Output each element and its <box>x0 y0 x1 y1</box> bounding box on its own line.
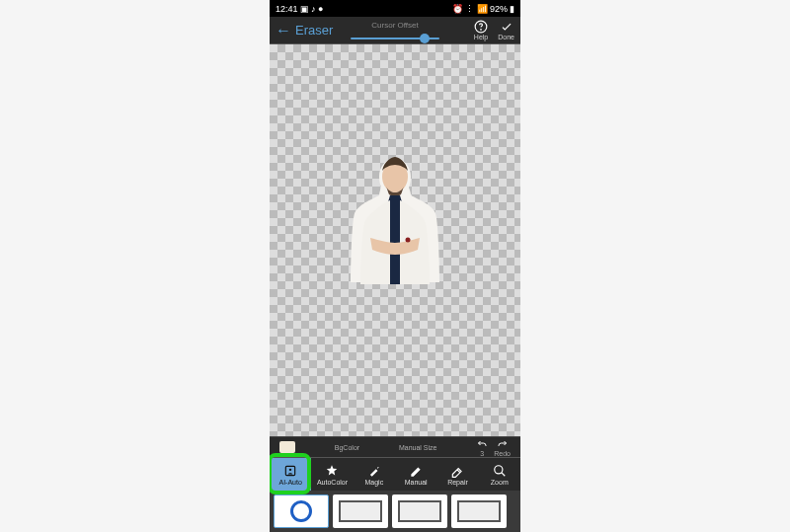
app-header: ← Eraser Cursor Offset Help Done <box>270 17 520 44</box>
tool-manual[interactable]: Manual <box>395 458 436 491</box>
undo-button[interactable]: 3 <box>476 438 488 457</box>
phone-frame: 12:41 ▣ ♪ ● ⏰ ⋮ 📶 92% ▮ ← Eraser Cursor … <box>270 0 520 532</box>
thumbnail-2[interactable] <box>333 494 388 528</box>
tool-auto-color[interactable]: AutoColor <box>311 458 353 491</box>
manual-size-label: Manual Size <box>399 444 437 451</box>
redo-button[interactable]: Redo <box>494 438 511 457</box>
toolbar-settings-row: BgColor Manual Size 3 Redo <box>270 437 520 457</box>
help-button[interactable]: Help <box>474 20 488 40</box>
thumbnail-1[interactable] <box>274 494 329 528</box>
status-bar: 12:41 ▣ ♪ ● ⏰ ⋮ 📶 92% ▮ <box>270 0 520 17</box>
thumbnail-4[interactable] <box>451 494 507 528</box>
svg-point-5 <box>289 468 291 470</box>
app-icons: ▣ ♪ ● <box>300 4 324 14</box>
bgcolor-swatch <box>279 441 295 453</box>
subject-cutout <box>351 149 439 292</box>
status-time: 12:41 <box>276 4 298 14</box>
bgcolor-label: BgColor <box>335 444 359 451</box>
thumbnail-3[interactable] <box>392 494 447 528</box>
tool-magic[interactable]: Magic <box>354 458 395 491</box>
svg-point-6 <box>495 465 503 473</box>
battery-pct: 92% <box>490 4 508 14</box>
tool-ai-auto[interactable]: AI-Auto <box>270 458 311 491</box>
back-icon[interactable]: ← <box>276 22 291 39</box>
toolbar: BgColor Manual Size 3 Redo AI-Auto <box>270 436 520 491</box>
svg-point-3 <box>406 238 411 243</box>
cursor-offset-slider[interactable] <box>351 38 439 39</box>
svg-point-1 <box>481 30 482 31</box>
tools-row: AI-Auto AutoColor Magic Manual Repair Zo… <box>270 457 520 491</box>
status-indicators: ⏰ ⋮ 📶 <box>452 4 488 14</box>
editor-canvas[interactable] <box>270 44 520 436</box>
thumbnail-strip[interactable] <box>270 491 520 532</box>
tool-zoom[interactable]: Zoom <box>479 458 520 491</box>
screen-title: Eraser <box>295 23 333 38</box>
battery-icon: ▮ <box>510 4 514 14</box>
cursor-offset-label: Cursor Offset <box>371 21 418 30</box>
tool-repair[interactable]: Repair <box>436 458 478 491</box>
done-button[interactable]: Done <box>498 20 514 40</box>
bgcolor-control[interactable] <box>279 441 295 453</box>
